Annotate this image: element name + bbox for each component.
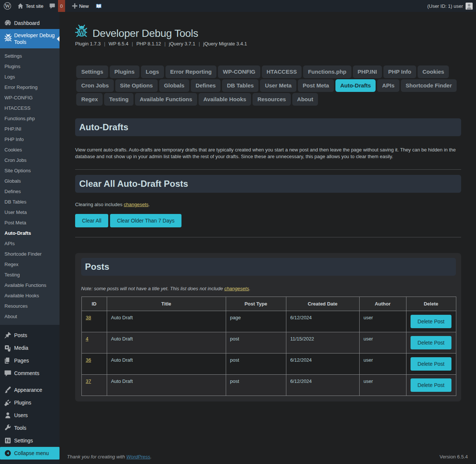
svg-text:W: W [5,3,10,9]
